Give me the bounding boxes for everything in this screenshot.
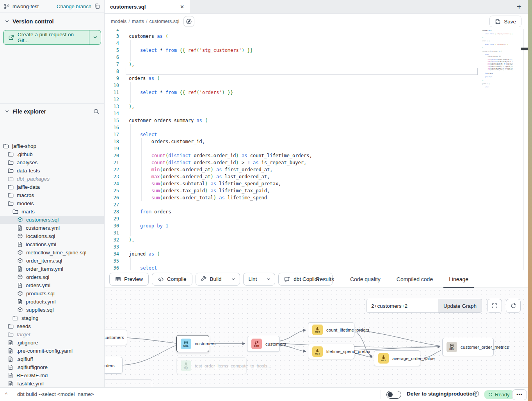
code-line-33[interactable]: 33 (105, 243, 312, 250)
code-line-14[interactable]: 14 (105, 110, 312, 117)
tree-item-readme-md[interactable]: README.md (0, 371, 104, 380)
code-line-4[interactable]: 4 (105, 40, 312, 47)
breadcrumb-item[interactable]: customers.sql (149, 19, 180, 24)
code-line-31[interactable]: 31 (105, 229, 312, 236)
panel-tab-results[interactable]: Results (315, 270, 335, 288)
code-line-36[interactable]: 36 select (105, 264, 312, 270)
code-line-22[interactable]: 22 min(orders.ordered_at) as first_order… (105, 166, 312, 173)
code-line-18[interactable]: 18 orders.customer_id, (105, 138, 312, 145)
help-icon[interactable]: ? (473, 391, 479, 397)
tree-item--github[interactable]: .github (0, 150, 104, 158)
tree-item-jaffle-data[interactable]: jaffle-data (0, 183, 104, 191)
panel-tab-code-quality[interactable]: Code quality (349, 270, 381, 288)
build-button[interactable]: Build (196, 273, 227, 285)
lineage-node-average_order_value[interactable]: METaverage_order_value (374, 350, 420, 366)
more-options-button[interactable]: ••• (512, 389, 527, 400)
code-line-10[interactable]: 10 (105, 82, 312, 89)
code-line-3[interactable]: 3customers as ( (105, 33, 312, 40)
lineage-node-customers_semantic[interactable]: SEMcustomers (247, 336, 280, 352)
tree-item-target[interactable]: target (0, 330, 104, 339)
editor-scrollbar-thumb[interactable] (521, 48, 528, 50)
lint-dropdown[interactable] (262, 273, 275, 285)
fullscreen-button[interactable] (487, 299, 502, 313)
code-line-11[interactable]: 11 select * from {{ ref('orders') }} (105, 89, 312, 96)
code-line-25[interactable]: 25 sum(orders.tax_paid) as lifetime_tax_… (105, 187, 312, 194)
tree-item-order-items-yml[interactable]: order_items.yml (0, 265, 104, 273)
update-graph-button[interactable]: Update Graph (438, 299, 482, 312)
tree-item-locations-sql[interactable]: locations.sql (0, 232, 104, 240)
expand-command-bar-button[interactable]: ^ (2, 391, 10, 398)
lineage-node-customer_order_metrics[interactable]: QRYcustomer_order_metrics (442, 338, 494, 356)
tree-item-taskfile-yml[interactable]: Taskfile.yml (0, 380, 104, 387)
tree-item-customers-yml[interactable]: customers.yml (0, 224, 104, 232)
code-line-6[interactable]: 6 (105, 54, 312, 61)
code-line-35[interactable]: 35 (105, 257, 312, 264)
lineage-node-orders[interactable]: orders (105, 357, 123, 374)
tree-item-seeds[interactable]: seeds (0, 322, 104, 330)
tree-item-metricflow-time-spine-sql[interactable]: metricflow_time_spine.sql (0, 248, 104, 257)
version-control-header[interactable]: Version control (0, 13, 104, 28)
defer-toggle[interactable] (386, 391, 401, 399)
code-line-30[interactable]: 30 group by 1 (105, 222, 312, 229)
tree-item-data-tests[interactable]: data-tests (0, 167, 104, 175)
tree-item-analyses[interactable]: analyses (0, 158, 104, 167)
tree-item--sqlfluff[interactable]: .sqlfluff (0, 355, 104, 363)
copy-icon[interactable] (94, 3, 100, 9)
panel-tab-lineage[interactable]: Lineage (448, 270, 469, 288)
code-line-26[interactable]: 26 sum(orders.order_total) as lifetime_s… (105, 194, 312, 201)
code-line-17[interactable]: 17 select (105, 131, 312, 138)
tree-item-marts[interactable]: marts (0, 208, 104, 216)
create-pull-request-button[interactable]: Create a pull request on Git... (3, 30, 101, 45)
tree-item-models[interactable]: models (0, 199, 104, 208)
breadcrumb-item[interactable]: marts (132, 19, 144, 24)
tree-item--gitignore[interactable]: .gitignore (0, 339, 104, 347)
pr-button-dropdown[interactable] (89, 30, 101, 44)
tree-item-dbt-packages[interactable]: dbt_packages (0, 175, 104, 183)
new-tab-button[interactable]: + (511, 0, 528, 13)
compile-button[interactable]: Compile (152, 273, 192, 286)
build-dropdown[interactable] (227, 273, 240, 285)
minimap[interactable]: 23customers as (45 select * from {{ ref(… (481, 29, 512, 137)
lineage-node-lifetime_spend_pretax[interactable]: METlifetime_spend_pretax (308, 344, 354, 359)
code-line-13[interactable]: 13), (105, 103, 312, 110)
code-line-9[interactable]: 9orders as ( (105, 75, 312, 82)
tree-item-orders-sql[interactable]: orders.sql (0, 273, 104, 281)
lint-button[interactable]: Lint (244, 273, 262, 285)
code-line-27[interactable]: 27 (105, 201, 312, 208)
code-line-7[interactable]: 7), (105, 61, 312, 68)
tree-item-supplies-sql[interactable]: supplies.sql (0, 306, 104, 314)
tree-item-products-yml[interactable]: products.yml (0, 298, 104, 306)
close-icon[interactable]: ✕ (180, 4, 184, 10)
code-line-32[interactable]: 32), (105, 236, 312, 243)
code-line-28[interactable]: 28 from orders (105, 208, 312, 215)
tab-customers-sql[interactable]: customers.sql ✕ (105, 0, 190, 13)
code-line-8[interactable]: 8 (105, 68, 312, 75)
tree-item-locations-yml[interactable]: locations.yml (0, 240, 104, 248)
code-line-5[interactable]: 5 select * from {{ ref('stg_customers') … (105, 47, 312, 54)
search-icon[interactable] (93, 108, 100, 115)
code-line-2[interactable]: 2 (105, 29, 312, 33)
file-explorer-header[interactable]: File explorer (0, 104, 104, 117)
code-line-20[interactable]: 20 count(distinct orders.order_id) as co… (105, 152, 312, 159)
tree-item-jaffle-shop[interactable]: jaffle-shop (0, 142, 104, 150)
code-line-21[interactable]: 21 count(distinct orders.order_id) > 1 a… (105, 159, 312, 166)
refresh-button[interactable] (506, 299, 521, 313)
lineage-selector-input[interactable] (367, 299, 438, 312)
code-line-23[interactable]: 23 max(orders.ordered_at) as last_ordere… (105, 173, 312, 180)
panel-tab-compiled-code[interactable]: Compiled code (396, 270, 434, 288)
explore-lineage-button[interactable] (183, 16, 194, 27)
command-input[interactable]: dbt build --select <model_name> (17, 391, 94, 397)
code-line-15[interactable]: 15customer_orders_summary as ( (105, 117, 312, 124)
save-button[interactable]: Save (489, 16, 521, 27)
lineage-node-count_lifetime_orders[interactable]: METcount_lifetime_orders (308, 322, 354, 337)
breadcrumb-item[interactable]: models (111, 19, 126, 24)
tree-item-orders-yml[interactable]: orders.yml (0, 281, 104, 289)
tree-item-staging[interactable]: staging (0, 314, 104, 322)
code-line-19[interactable]: 19 (105, 145, 312, 152)
code-line-29[interactable]: 29 (105, 215, 312, 222)
tree-item-macros[interactable]: macros (0, 191, 104, 199)
lineage-canvas[interactable]: stg_customersordersMDLcustomersTSTtest_o… (105, 288, 528, 387)
tree-item-order-items-sql[interactable]: order_items.sql (0, 257, 104, 265)
tree-item--pre-commit-config-yaml[interactable]: .pre-commit-config.yaml (0, 347, 104, 355)
code-editor[interactable]: 23customers as (45 select * from {{ ref(… (105, 29, 528, 270)
